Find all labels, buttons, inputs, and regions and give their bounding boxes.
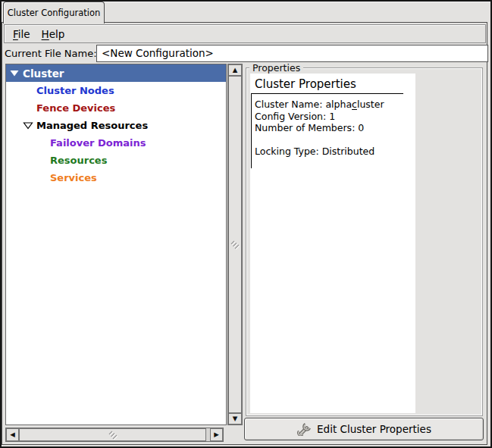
menu-file[interactable]: File [9, 27, 38, 42]
property-cluster-name: Cluster Name: alphacluster [255, 99, 403, 111]
grip-icon [230, 240, 240, 249]
tree-item-label: Resources [6, 155, 107, 166]
scroll-left-button[interactable]: ◀ [6, 428, 19, 441]
cluster-configuration-window: Cluster Configuration File Help Current … [0, 0, 492, 448]
tree-item-services[interactable]: Services [6, 169, 226, 186]
tree-item-cluster-nodes[interactable]: Cluster Nodes [6, 82, 226, 99]
grip-icon [108, 431, 118, 440]
property-config-version: Config Version: 1 [255, 111, 403, 123]
current-file-name-input[interactable] [96, 45, 488, 62]
tree-item-label: Failover Domains [6, 137, 146, 149]
scroll-down-button[interactable]: ▼ [228, 413, 242, 425]
current-file-name-label: Current File Name: [4, 45, 97, 62]
property-locking-type: Locking Type: Distributed [255, 146, 403, 158]
tree-item-label: Fence Devices [6, 102, 115, 114]
tree-item-label: Services [6, 172, 97, 183]
tree-horizontal-scrollbar[interactable]: ◀ ▶ [5, 428, 224, 442]
expander-down-icon[interactable] [9, 68, 20, 78]
tree-item-cluster[interactable]: Cluster [6, 64, 226, 82]
vertical-scrollbar-thumb[interactable] [228, 76, 242, 413]
wrench-icon [296, 422, 312, 436]
tree-item-label: Cluster Nodes [6, 85, 114, 96]
scroll-right-button[interactable]: ▶ [210, 428, 223, 441]
tree-item-resources[interactable]: Resources [6, 152, 226, 169]
tab-cluster-configuration[interactable]: Cluster Configuration [3, 2, 105, 23]
properties-heading: Cluster Properties [255, 77, 415, 91]
properties-text-area: Cluster Properties Cluster Name: alphacl… [250, 74, 415, 413]
left-arrow-icon: ◀ [10, 431, 15, 438]
properties-values: Cluster Name: alphacluster Config Versio… [251, 93, 403, 168]
right-arrow-icon: ▶ [214, 431, 219, 438]
notebook-page: File Help Current File Name: Cluster Clu… [2, 22, 487, 445]
horizontal-scrollbar-thumb[interactable] [19, 428, 206, 441]
scroll-up-button[interactable]: ▲ [228, 64, 242, 76]
property-number-of-members: Number of Members: 0 [255, 122, 403, 134]
tab-label: Cluster Configuration [8, 8, 100, 18]
property-blank-line [255, 134, 403, 146]
menu-help[interactable]: Help [38, 27, 73, 42]
properties-frame-label: Properties [249, 62, 303, 74]
tree-item-managed-resources[interactable]: Managed Resources [6, 117, 226, 134]
down-arrow-icon: ▼ [233, 415, 238, 422]
edit-cluster-properties-button[interactable]: Edit Cluster Properties [244, 418, 484, 440]
tree-vertical-scrollbar[interactable]: ▲ ▼ [227, 64, 243, 425]
cluster-tree: Cluster Cluster Nodes Fence Devices Mana… [5, 64, 227, 425]
tree-item-failover-domains[interactable]: Failover Domains [6, 134, 226, 152]
up-arrow-icon: ▲ [233, 67, 238, 74]
expander-down-icon[interactable] [23, 121, 33, 130]
tree-item-fence-devices[interactable]: Fence Devices [6, 99, 226, 117]
menubar: File Help [4, 24, 486, 43]
edit-button-label: Edit Cluster Properties [317, 423, 431, 435]
